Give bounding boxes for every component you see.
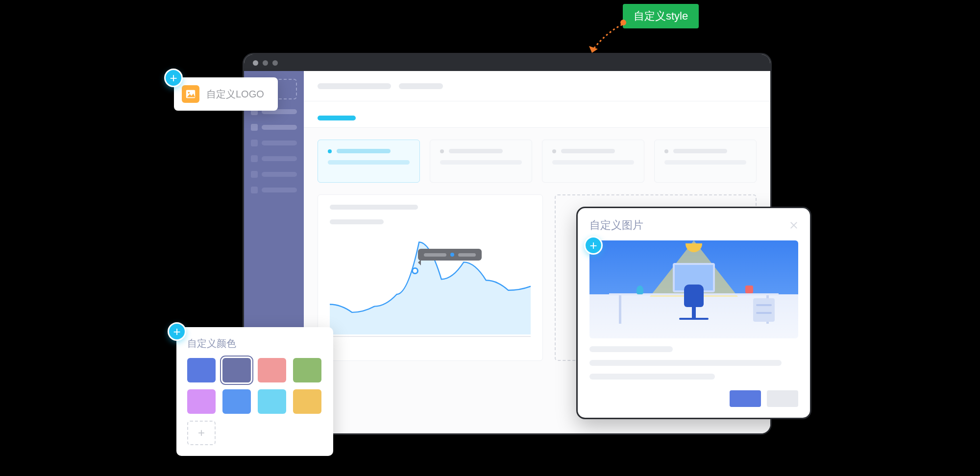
custom-color-callout: 自定义颜色 + bbox=[176, 327, 333, 456]
custom-image-title: 自定义图片 bbox=[589, 218, 643, 233]
chart-tooltip bbox=[418, 249, 482, 261]
window-titlebar bbox=[244, 54, 770, 71]
chart-title-placeholder bbox=[330, 205, 418, 210]
stat-card[interactable] bbox=[430, 140, 532, 183]
color-swatch[interactable] bbox=[222, 389, 251, 414]
plus-icon[interactable]: + bbox=[164, 69, 183, 87]
color-swatch[interactable] bbox=[222, 358, 251, 382]
sidebar-item[interactable] bbox=[251, 155, 297, 162]
arrow-style-to-window bbox=[583, 19, 627, 58]
text-placeholder bbox=[589, 374, 715, 380]
color-swatch[interactable] bbox=[293, 358, 321, 382]
color-swatch-grid: + bbox=[187, 358, 322, 445]
line-chart bbox=[330, 234, 531, 337]
tabs-bar bbox=[304, 101, 770, 128]
custom-logo-callout[interactable]: 自定义LOGO bbox=[174, 77, 278, 111]
svg-point-2 bbox=[188, 92, 190, 94]
illustration-preview[interactable] bbox=[589, 240, 798, 338]
custom-style-tag: 自定义style bbox=[623, 4, 699, 28]
cancel-button[interactable] bbox=[767, 390, 798, 407]
color-swatch[interactable] bbox=[258, 358, 286, 382]
custom-logo-label: 自定义LOGO bbox=[206, 88, 264, 101]
color-swatch[interactable] bbox=[258, 389, 286, 414]
sidebar-item[interactable] bbox=[251, 140, 297, 146]
plus-icon[interactable]: + bbox=[168, 322, 186, 341]
stat-card[interactable] bbox=[542, 140, 644, 183]
breadcrumb-placeholder bbox=[399, 83, 443, 89]
window-dot bbox=[263, 60, 268, 66]
plus-icon[interactable]: + bbox=[584, 236, 603, 255]
custom-image-panel: 自定义图片 bbox=[576, 207, 811, 419]
topbar bbox=[304, 71, 770, 101]
stat-card-row bbox=[318, 140, 757, 183]
sidebar-item[interactable] bbox=[251, 187, 297, 193]
active-tab-indicator[interactable] bbox=[318, 116, 356, 120]
image-icon bbox=[182, 85, 199, 103]
chart-subtitle-placeholder bbox=[330, 219, 384, 224]
chart-highlight-point bbox=[412, 267, 418, 274]
sidebar-item[interactable] bbox=[251, 171, 297, 178]
window-dot bbox=[272, 60, 278, 66]
add-color-swatch[interactable]: + bbox=[187, 421, 216, 445]
text-placeholder bbox=[589, 360, 782, 366]
custom-color-title: 自定义颜色 bbox=[187, 337, 322, 350]
chart-panel bbox=[318, 194, 543, 361]
window-dot bbox=[253, 60, 258, 66]
confirm-button[interactable] bbox=[730, 390, 761, 407]
color-swatch[interactable] bbox=[187, 358, 216, 382]
breadcrumb-placeholder bbox=[318, 83, 391, 89]
color-swatch[interactable] bbox=[293, 389, 321, 414]
sidebar-item[interactable] bbox=[251, 124, 297, 131]
text-placeholder bbox=[589, 346, 673, 352]
stat-card[interactable] bbox=[654, 140, 757, 183]
close-icon[interactable] bbox=[789, 221, 798, 230]
stat-card[interactable] bbox=[318, 140, 420, 183]
color-swatch[interactable] bbox=[187, 389, 216, 414]
